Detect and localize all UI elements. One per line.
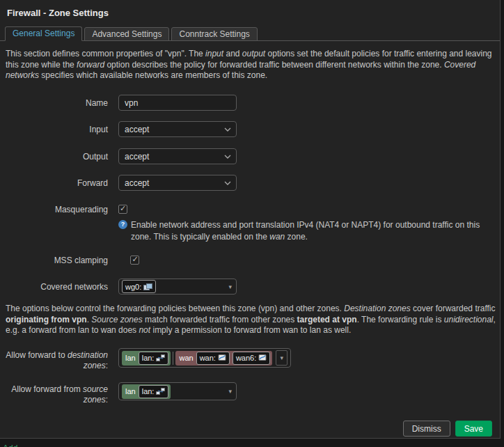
network-pill-lan: lan: (139, 385, 169, 398)
network-pill-wan: wan: (196, 352, 230, 365)
help-icon: ? (118, 220, 127, 229)
input-policy-select[interactable]: accept (118, 121, 237, 137)
network-pill-lan: lan: (139, 352, 169, 365)
name-input[interactable] (118, 95, 237, 111)
name-label: Name (0, 98, 108, 109)
dialog-footer: Dismiss Save (403, 421, 492, 437)
forwarding-note: The options below control the forwarding… (6, 304, 498, 336)
zone-settings-dialog: Firewall - Zone Settings General Setting… (0, 0, 501, 439)
dismiss-button[interactable]: Dismiss (403, 421, 450, 437)
zone-tag-lan: lan lan: (122, 384, 171, 399)
forward-label: Forward (0, 178, 108, 189)
mss-clamping-label: MSS clamping (0, 256, 108, 266)
zone-name: wan (179, 354, 193, 362)
forward-destinations-dropdown[interactable]: lan lan: wan wan: wan6: ▾ (118, 348, 291, 368)
output-policy-select[interactable]: accept (118, 148, 237, 164)
zone-name: lan (125, 354, 136, 362)
dropdown-arrow-icon[interactable]: ▾ (276, 350, 288, 366)
ethernet-network-icon (156, 388, 165, 395)
background-page-strip: Add (0, 439, 504, 447)
add-button-partial[interactable]: Add (3, 444, 17, 447)
forward-policy-select[interactable]: accept (118, 175, 237, 191)
forward-destinations-label: Allow forward to destination zones: (0, 350, 108, 371)
masquerading-help: ? Enable network address and port transl… (118, 219, 494, 242)
zone-tag-lan: lan lan: (122, 351, 171, 366)
covered-networks-label: Covered networks (0, 282, 108, 292)
forward-sources-dropdown[interactable]: lan lan: ▾ (118, 382, 237, 400)
save-button[interactable]: Save (455, 421, 492, 437)
tag-divider (173, 352, 173, 365)
masquerading-checkbox[interactable] (118, 205, 127, 214)
mss-clamping-checkbox[interactable] (130, 256, 139, 265)
masquerading-label: Masquerading (0, 205, 108, 215)
dialog-title: Firewall - Zone Settings (7, 8, 109, 18)
tab-bar: General Settings Advanced Settings Connt… (0, 26, 500, 41)
covered-networks-dropdown[interactable]: wg0: ▾ (118, 279, 237, 295)
ethernet-network-icon (156, 354, 165, 362)
output-label: Output (0, 152, 108, 162)
tunnel-interface-icon (143, 283, 152, 290)
network-pill-wg0: wg0: (122, 280, 156, 293)
dropdown-arrow-icon[interactable]: ▾ (227, 388, 233, 395)
globe-network-icon (218, 354, 226, 361)
dropdown-arrow-icon[interactable]: ▾ (227, 283, 233, 290)
globe-network-icon (258, 354, 267, 361)
zone-name: lan (125, 387, 136, 395)
zone-description: This section defines common properties o… (6, 49, 498, 81)
network-pill-wan6: wan6: (233, 352, 270, 365)
tab-conntrack-settings[interactable]: Conntrack Settings (171, 27, 257, 41)
tab-general-settings[interactable]: General Settings (5, 26, 82, 41)
tab-advanced-settings[interactable]: Advanced Settings (84, 27, 169, 41)
forward-sources-label: Allow forward from source zones: (0, 384, 108, 405)
input-label: Input (0, 125, 108, 135)
zone-tag-wan: wan wan: wan6: (175, 351, 272, 366)
masquerading-help-text: Enable network address and port translat… (131, 219, 494, 242)
